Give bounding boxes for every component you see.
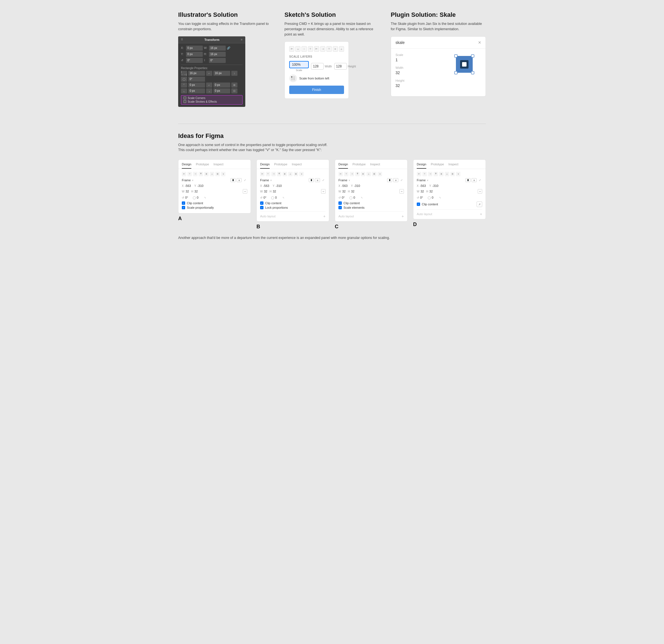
resize-misc-a[interactable]: ⤡ bbox=[203, 195, 208, 200]
align-left-icon[interactable]: ⊢ bbox=[289, 46, 294, 52]
rect-rot[interactable] bbox=[188, 77, 205, 82]
x-input[interactable] bbox=[186, 46, 203, 50]
chevron-icon[interactable]: ∨ bbox=[221, 172, 225, 176]
align-t-icon[interactable]: ⊤ bbox=[187, 172, 192, 176]
align-t-icon-b[interactable]: ⊤ bbox=[266, 172, 270, 176]
tab-prototype-c[interactable]: Prototype bbox=[352, 163, 366, 169]
resize-icon-b[interactable]: ⤢ bbox=[321, 178, 326, 182]
width-input[interactable] bbox=[311, 63, 324, 70]
rot-input[interactable] bbox=[186, 58, 203, 63]
align-ct-icon-c[interactable]: T̄ bbox=[355, 172, 360, 176]
tab-design-c[interactable]: Design bbox=[338, 163, 348, 169]
tab-inspect-b[interactable]: Inspect bbox=[292, 163, 302, 169]
height-input[interactable] bbox=[334, 63, 347, 70]
corner-br-val[interactable] bbox=[213, 88, 230, 94]
resize-misc-c[interactable]: ⤡ bbox=[360, 195, 364, 200]
align-r-icon-b[interactable]: ⊕ bbox=[283, 172, 287, 176]
phone-icon-d[interactable]: 📱 bbox=[465, 178, 471, 182]
dist-icon-b[interactable]: ⊞ bbox=[294, 172, 298, 176]
link-icon-b[interactable]: ∞ bbox=[321, 189, 326, 193]
tab-design-d[interactable]: Design bbox=[417, 163, 426, 169]
align-mid-icon[interactable]: ≡ bbox=[333, 46, 338, 52]
desktop-icon-a[interactable]: 🖥 bbox=[236, 178, 242, 182]
phone-icon-a[interactable]: 📱 bbox=[230, 178, 235, 182]
link-icon-c[interactable]: ∞ bbox=[399, 189, 404, 193]
corner-bl-val[interactable] bbox=[188, 88, 205, 94]
close-icon[interactable]: × bbox=[478, 40, 481, 45]
align-dots-icon[interactable]: ⁝ bbox=[302, 46, 307, 52]
h-input[interactable] bbox=[209, 52, 226, 57]
rect-w[interactable] bbox=[188, 71, 205, 76]
align-t-icon-d[interactable]: ⊤ bbox=[422, 172, 427, 176]
align-b-icon-b[interactable]: ⊥ bbox=[288, 172, 293, 176]
resize-misc-b[interactable]: ⤡ bbox=[282, 195, 286, 200]
align-l-icon-b[interactable]: ⊢ bbox=[260, 172, 265, 176]
align-r-icon[interactable]: ⊕ bbox=[204, 172, 209, 176]
w-input[interactable] bbox=[209, 46, 226, 50]
align-top2-icon[interactable]: ⊤ bbox=[326, 46, 331, 52]
link-icon-d[interactable]: ∞ bbox=[478, 189, 482, 193]
external-link-icon[interactable]: ↗ bbox=[477, 202, 482, 207]
align-ch-icon-b[interactable]: ⊣ bbox=[271, 172, 276, 176]
tab-design-b[interactable]: Design bbox=[260, 163, 270, 169]
phone-icon-c[interactable]: 📱 bbox=[387, 178, 392, 182]
desktop-icon-b[interactable]: 🖥 bbox=[315, 178, 320, 182]
tab-inspect-d[interactable]: Inspect bbox=[448, 163, 458, 169]
tab-inspect-a[interactable]: Inspect bbox=[213, 163, 223, 169]
clip-checkbox-d[interactable] bbox=[417, 203, 420, 206]
corner-tl-val[interactable] bbox=[188, 83, 205, 87]
lock-checkbox-b[interactable] bbox=[260, 206, 264, 209]
desktop-icon-d[interactable]: 🖥 bbox=[472, 178, 477, 182]
dist-icon-c[interactable]: ⊞ bbox=[372, 172, 376, 176]
align-ct-icon-b[interactable]: T̄ bbox=[277, 172, 282, 176]
autolayout-plus-c[interactable]: + bbox=[402, 214, 404, 219]
clip-checkbox-b[interactable] bbox=[260, 202, 264, 205]
phone-icon-b[interactable]: 📱 bbox=[309, 178, 314, 182]
tab-prototype-d[interactable]: Prototype bbox=[431, 163, 444, 169]
resize-icon-d[interactable]: ⤢ bbox=[478, 178, 482, 182]
align-l-icon[interactable]: ⊢ bbox=[182, 172, 186, 176]
align-ct-icon-d[interactable]: T̄ bbox=[434, 172, 438, 176]
finish-button[interactable]: Finish bbox=[289, 86, 344, 94]
chevron-icon-b[interactable]: ∨ bbox=[299, 172, 304, 176]
scale-corners-checkbox[interactable] bbox=[184, 97, 186, 99]
align-center-v-icon[interactable]: ⊢ bbox=[314, 46, 319, 52]
rect-h[interactable] bbox=[213, 71, 230, 76]
tab-prototype-a[interactable]: Prototype bbox=[196, 163, 209, 169]
resize-misc-d[interactable]: ⤡ bbox=[438, 195, 442, 200]
dist-icon[interactable]: ⊞ bbox=[215, 172, 220, 176]
resize-icon-c[interactable]: ⤢ bbox=[399, 178, 404, 182]
align-b-icon-c[interactable]: ⊥ bbox=[367, 172, 371, 176]
align-b-icon[interactable]: ⊥ bbox=[210, 172, 214, 176]
tab-prototype-b[interactable]: Prototype bbox=[274, 163, 287, 169]
align-t-icon-c[interactable]: ⊤ bbox=[344, 172, 349, 176]
chevron-icon-d[interactable]: ∨ bbox=[456, 172, 460, 176]
align-top-icon[interactable]: ⊤ bbox=[308, 46, 313, 52]
align-r-icon-d[interactable]: ⊕ bbox=[439, 172, 443, 176]
clip-checkbox-a[interactable] bbox=[182, 202, 185, 205]
align-b-icon-d[interactable]: ⊥ bbox=[445, 172, 449, 176]
link-icon-a[interactable]: ∞ bbox=[243, 189, 247, 193]
corner-tr-val[interactable] bbox=[213, 83, 230, 87]
dist-icon-d[interactable]: ⊞ bbox=[450, 172, 455, 176]
align-ct-icon[interactable]: T̄ bbox=[199, 172, 203, 176]
align-bottom-icon[interactable]: ⊥ bbox=[339, 46, 344, 52]
scale-el-checkbox-c[interactable] bbox=[338, 206, 342, 209]
shear-input[interactable] bbox=[209, 58, 226, 63]
align-l-icon-d[interactable]: ⊢ bbox=[417, 172, 421, 176]
scale-checkbox-a[interactable] bbox=[182, 206, 185, 209]
align-ch-icon-d[interactable]: ⊣ bbox=[428, 172, 432, 176]
tab-design-a[interactable]: Design bbox=[182, 163, 191, 169]
autolayout-plus-b[interactable]: + bbox=[323, 214, 326, 219]
align-right-icon[interactable]: ⊣ bbox=[320, 46, 325, 52]
scale-strokes-checkbox[interactable] bbox=[184, 100, 186, 103]
reference-point-icon[interactable] bbox=[289, 75, 297, 82]
align-ch-icon-c[interactable]: ⊣ bbox=[350, 172, 354, 176]
y-input[interactable] bbox=[186, 52, 203, 57]
align-r-icon-c[interactable]: ⊕ bbox=[361, 172, 365, 176]
align-center-h-icon[interactable]: ⊥ bbox=[295, 46, 300, 52]
align-l-icon-c[interactable]: ⊢ bbox=[338, 172, 343, 176]
clip-checkbox-c[interactable] bbox=[338, 202, 342, 205]
chevron-icon-c[interactable]: ∨ bbox=[378, 172, 382, 176]
desktop-icon-c[interactable]: 🖥 bbox=[393, 178, 398, 182]
